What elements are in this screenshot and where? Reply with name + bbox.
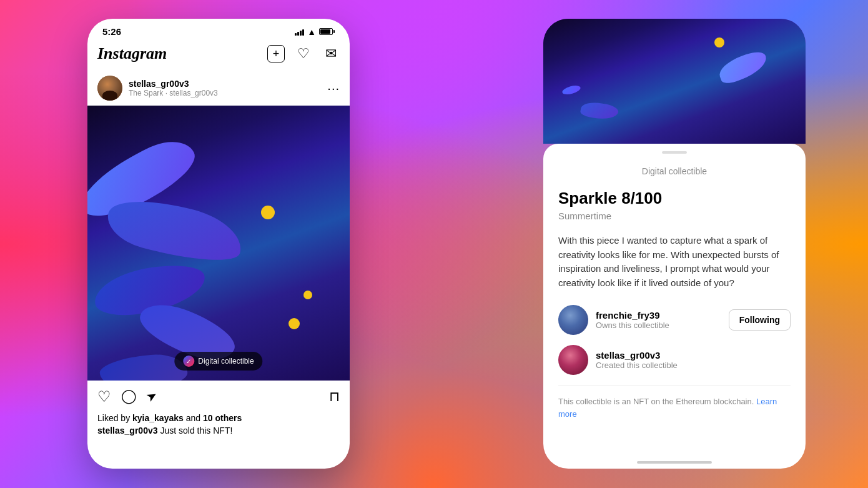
liked-by-user[interactable]: kyia_kayaks bbox=[132, 413, 184, 423]
save-button[interactable]: ⊓ bbox=[329, 389, 340, 405]
detail-yellow-dot bbox=[714, 37, 724, 47]
wifi-icon: ▲ bbox=[307, 27, 316, 37]
signal-bar-4 bbox=[302, 29, 304, 36]
post-more-button[interactable]: ··· bbox=[327, 81, 340, 96]
post-user-info: stellas_gr00v3 The Spark · stellas_gr00v… bbox=[129, 79, 321, 97]
home-indicator bbox=[637, 461, 712, 464]
battery-icon bbox=[319, 28, 335, 35]
divider bbox=[558, 385, 791, 386]
creator-avatar[interactable] bbox=[558, 345, 588, 375]
messenger-icon[interactable]: ✉ bbox=[322, 45, 340, 62]
detail-image-bg bbox=[543, 19, 806, 144]
creator-username[interactable]: stellas_gr00v3 bbox=[596, 350, 791, 361]
owner-avatar[interactable] bbox=[558, 305, 588, 335]
owner-username[interactable]: frenchie_fry39 bbox=[596, 310, 721, 321]
like-button[interactable]: ♡ bbox=[97, 388, 111, 406]
status-time: 5:26 bbox=[102, 26, 121, 37]
likes-text: Liked by kyia_kayaks and 10 others bbox=[97, 413, 340, 423]
signal-icon bbox=[295, 28, 304, 36]
yellow-dot-1 bbox=[261, 206, 275, 219]
digital-collectible-badge[interactable]: ✓ Digital collectible bbox=[174, 352, 262, 371]
badge-check-icon: ✓ bbox=[183, 356, 194, 367]
nft-title: Sparkle 8/100 bbox=[558, 189, 791, 208]
status-icons: ▲ bbox=[295, 27, 335, 37]
post-caption: Liked by kyia_kayaks and 10 others stell… bbox=[87, 413, 350, 446]
caption-username[interactable]: stellas_gr00v3 bbox=[97, 426, 158, 436]
likes-count[interactable]: 10 others bbox=[203, 413, 242, 423]
creator-info: stellas_gr00v3 Created this collectible bbox=[596, 350, 791, 370]
share-button[interactable]: ➤ bbox=[143, 387, 161, 407]
signal-bar-2 bbox=[297, 32, 299, 36]
signal-bar-1 bbox=[295, 33, 297, 36]
sheet-handle bbox=[662, 151, 687, 154]
post-actions: ♡ ◯ ➤ ⊓ bbox=[87, 381, 350, 413]
instagram-header: Instagram + ♡ ✉ bbox=[87, 39, 350, 71]
post-avatar[interactable] bbox=[97, 76, 122, 101]
sheet-title: Digital collectible bbox=[558, 166, 791, 176]
following-button[interactable]: Following bbox=[729, 309, 791, 331]
yellow-dot-2 bbox=[289, 318, 300, 329]
signal-bar-3 bbox=[300, 31, 302, 36]
post-header: stellas_gr00v3 The Spark · stellas_gr00v… bbox=[87, 71, 350, 106]
nft-subtitle: Summertime bbox=[558, 211, 791, 221]
creator-row: stellas_gr00v3 Created this collectible bbox=[558, 345, 791, 375]
header-icons: + ♡ ✉ bbox=[267, 45, 340, 62]
post-subtitle: The Spark · stellas_gr00v3 bbox=[129, 89, 321, 97]
right-phone: Digital collectible Sparkle 8/100 Summer… bbox=[543, 19, 806, 469]
status-bar: 5:26 ▲ bbox=[87, 19, 350, 39]
creator-role: Created this collectible bbox=[596, 361, 791, 370]
nft-description: With this piece I wanted to capture what… bbox=[558, 234, 791, 290]
post-actions-left: ♡ ◯ ➤ bbox=[97, 388, 157, 406]
badge-label: Digital collectible bbox=[198, 357, 254, 366]
caption-text: stellas_gr00v3 Just sold this NFT! bbox=[97, 426, 340, 436]
post-username[interactable]: stellas_gr00v3 bbox=[129, 79, 321, 89]
add-post-icon[interactable]: + bbox=[267, 45, 285, 62]
owner-role: Owns this collectible bbox=[596, 321, 721, 330]
notifications-icon[interactable]: ♡ bbox=[295, 45, 312, 62]
owner-info: frenchie_fry39 Owns this collectible bbox=[596, 310, 721, 330]
comment-button[interactable]: ◯ bbox=[121, 388, 137, 406]
post-image: ✓ Digital collectible bbox=[87, 106, 350, 381]
left-phone: 5:26 ▲ Instagram + ♡ ✉ bbox=[87, 19, 350, 469]
owner-row: frenchie_fry39 Owns this collectible Fol… bbox=[558, 305, 791, 335]
detail-sheet: Digital collectible Sparkle 8/100 Summer… bbox=[543, 144, 806, 469]
blockchain-text: This collectible is an NFT on the Ethere… bbox=[558, 396, 791, 420]
instagram-logo: Instagram bbox=[97, 44, 167, 63]
